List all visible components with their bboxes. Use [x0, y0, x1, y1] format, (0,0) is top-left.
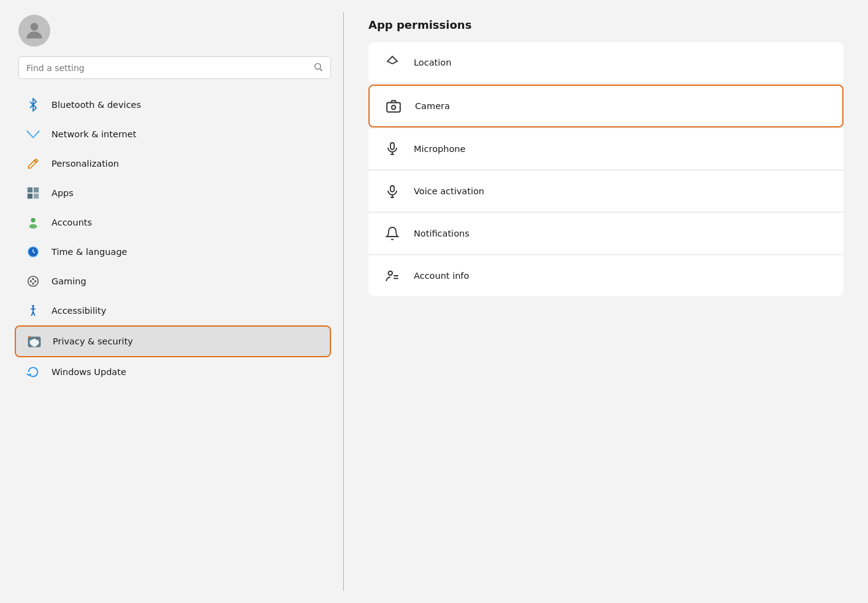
- notifications-icon: [383, 224, 402, 243]
- accessibility-icon: [25, 302, 42, 319]
- perm-item-account-info[interactable]: Account info: [368, 256, 843, 296]
- svg-line-20: [33, 312, 35, 316]
- privacy-icon: [26, 333, 43, 350]
- section-title: App permissions: [368, 18, 843, 31]
- sidebar-item-privacy-label: Privacy & security: [53, 336, 133, 346]
- bluetooth-icon: [25, 96, 42, 113]
- svg-point-16: [32, 305, 34, 308]
- gaming-icon: [25, 273, 42, 290]
- perm-item-microphone[interactable]: Microphone: [368, 129, 843, 170]
- perm-item-camera[interactable]: Camera: [368, 85, 843, 127]
- svg-point-24: [392, 105, 396, 110]
- sidebar-item-network-label: Network & internet: [51, 129, 136, 139]
- voice-icon: [383, 182, 402, 200]
- svg-point-11: [28, 276, 39, 287]
- sidebar-item-personalization-label: Personalization: [51, 159, 119, 169]
- sidebar-item-time-label: Time & language: [51, 247, 128, 257]
- sidebar-item-apps-label: Apps: [51, 188, 74, 198]
- time-icon: [25, 243, 42, 260]
- permissions-list: Location Camera: [368, 42, 843, 296]
- sidebar-item-gaming-label: Gaming: [51, 276, 86, 286]
- svg-point-1: [315, 64, 321, 69]
- network-icon: [25, 126, 42, 143]
- svg-point-14: [32, 278, 34, 279]
- perm-account-info-label: Account info: [414, 271, 469, 281]
- search-box[interactable]: [18, 56, 331, 79]
- svg-rect-28: [390, 186, 394, 192]
- sidebar-item-personalization[interactable]: Personalization: [15, 149, 331, 178]
- camera-icon: [384, 97, 403, 115]
- accounts-icon: [25, 214, 42, 231]
- location-icon: [383, 53, 402, 72]
- perm-item-voice[interactable]: Voice activation: [368, 171, 843, 212]
- svg-point-15: [32, 283, 34, 284]
- svg-point-13: [35, 281, 36, 282]
- svg-point-31: [392, 197, 393, 198]
- svg-point-7: [31, 218, 35, 222]
- sidebar-item-accessibility-label: Accessibility: [51, 306, 106, 316]
- avatar: [18, 15, 50, 47]
- sidebar-item-accounts-label: Accounts: [51, 218, 92, 227]
- sidebar-item-network[interactable]: Network & internet: [15, 119, 331, 149]
- sidebar-item-bluetooth[interactable]: Bluetooth & devices: [15, 90, 331, 119]
- svg-rect-6: [34, 194, 39, 199]
- sidebar-item-windows-update[interactable]: Windows Update: [15, 357, 331, 387]
- sidebar-item-privacy[interactable]: Privacy & security: [15, 325, 331, 357]
- perm-item-location[interactable]: Location: [368, 42, 843, 83]
- sidebar-item-gaming[interactable]: Gaming: [15, 267, 331, 296]
- perm-camera-label: Camera: [415, 101, 450, 111]
- perm-location-label: Location: [414, 58, 451, 67]
- search-icon: [313, 62, 323, 74]
- svg-rect-4: [34, 188, 39, 192]
- perm-voice-label: Voice activation: [414, 186, 484, 196]
- sidebar-item-windows-update-label: Windows Update: [51, 367, 126, 377]
- sidebar: Bluetooth & devices Network & internet P…: [0, 0, 343, 603]
- avatar-area: [12, 12, 343, 49]
- svg-point-0: [31, 23, 39, 31]
- apps-icon: [25, 184, 42, 202]
- sidebar-item-time[interactable]: Time & language: [15, 237, 331, 267]
- personalization-icon: [25, 155, 42, 172]
- update-icon: [25, 363, 42, 381]
- svg-rect-5: [28, 194, 32, 199]
- sidebar-item-apps[interactable]: Apps: [15, 178, 331, 208]
- svg-point-8: [29, 224, 37, 229]
- perm-notifications-label: Notifications: [414, 229, 470, 238]
- microphone-icon: [383, 140, 402, 158]
- svg-line-2: [320, 69, 322, 71]
- main-content: App permissions Location: [344, 0, 868, 603]
- sidebar-item-accounts[interactable]: Accounts: [15, 208, 331, 237]
- svg-rect-25: [390, 143, 394, 150]
- perm-item-notifications[interactable]: Notifications: [368, 213, 843, 254]
- svg-point-12: [30, 281, 31, 282]
- perm-microphone-label: Microphone: [414, 144, 465, 154]
- svg-point-32: [389, 271, 393, 275]
- svg-rect-3: [28, 188, 32, 192]
- svg-rect-23: [387, 103, 400, 112]
- sidebar-item-bluetooth-label: Bluetooth & devices: [51, 100, 141, 110]
- sidebar-item-accessibility[interactable]: Accessibility: [15, 296, 331, 325]
- account-info-icon: [383, 267, 402, 285]
- search-input[interactable]: [26, 63, 307, 73]
